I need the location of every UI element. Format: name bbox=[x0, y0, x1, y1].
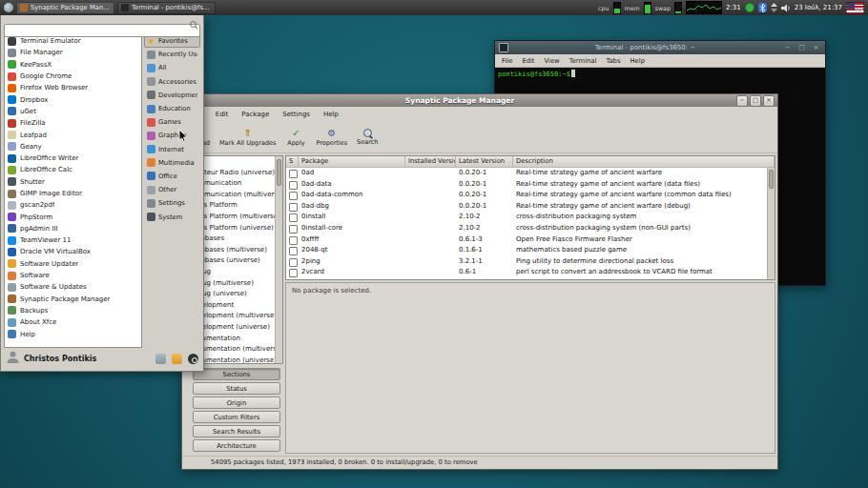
table-row[interactable]: 0ad-data-common 0.0.20-1 Real-time strat… bbox=[286, 190, 775, 201]
menu-app-item[interactable]: About Xfce bbox=[5, 316, 141, 328]
category-item[interactable]: Graphics bbox=[144, 129, 200, 142]
menu-app-item[interactable]: TeamViewer 11 bbox=[5, 234, 141, 246]
package-checkbox[interactable] bbox=[289, 214, 298, 222]
filter-button[interactable]: Status bbox=[193, 382, 280, 395]
menu-app-item[interactable]: Leafpad bbox=[5, 129, 141, 140]
close-button[interactable] bbox=[811, 42, 821, 53]
table-row[interactable]: 2vcard 0.6-1 perl script to convert an a… bbox=[286, 267, 775, 278]
scrollbar-thumb[interactable] bbox=[277, 159, 281, 186]
mark-all-upgrades-button[interactable]: Mark All Upgrades bbox=[217, 124, 279, 151]
package-checkbox[interactable] bbox=[289, 247, 298, 255]
menu-app-item[interactable]: gscan2pdf bbox=[5, 199, 141, 211]
category-item[interactable]: System bbox=[144, 210, 200, 223]
minimize-button[interactable] bbox=[782, 42, 793, 53]
table-row[interactable]: 0ad-dbg 0.0.20-1 Real-time strategy game… bbox=[286, 201, 775, 213]
category-item[interactable]: Office bbox=[144, 170, 200, 183]
terminal-menu-item[interactable]: View bbox=[540, 57, 565, 65]
package-checkbox[interactable] bbox=[289, 181, 298, 190]
synaptic-titlebar[interactable]: Synaptic Package Manager bbox=[182, 94, 777, 107]
terminal-menu-item[interactable]: Terminal bbox=[565, 57, 602, 65]
menu-app-item[interactable]: Geany bbox=[5, 141, 141, 152]
sections-scrollbar[interactable] bbox=[275, 156, 282, 363]
menu-app-item[interactable]: FileZilla bbox=[5, 117, 141, 129]
search-input[interactable] bbox=[4, 24, 200, 37]
package-checkbox[interactable] bbox=[289, 225, 298, 234]
menu-app-item[interactable]: LibreOffice Writer bbox=[5, 152, 141, 164]
volume-icon[interactable] bbox=[781, 4, 791, 12]
filter-button[interactable]: Architecture bbox=[193, 439, 280, 452]
menu-app-item[interactable]: GIMP Image Editor bbox=[5, 188, 141, 199]
category-item[interactable]: Development bbox=[144, 89, 200, 102]
terminal-menu-item[interactable]: Tabs bbox=[601, 57, 625, 65]
category-item[interactable]: Games bbox=[144, 115, 200, 129]
column-header-installed-version[interactable]: Installed Version bbox=[405, 156, 456, 168]
column-header-status[interactable]: S bbox=[286, 156, 299, 168]
clock[interactable]: 23 Ιούλ, 21:37 bbox=[795, 4, 842, 11]
filter-button[interactable]: Origin bbox=[193, 396, 280, 409]
close-button[interactable] bbox=[763, 95, 775, 107]
package-checkbox[interactable] bbox=[289, 203, 298, 212]
table-row[interactable]: 0install 2.10-2 cross-distribution packa… bbox=[286, 212, 775, 223]
package-checkbox[interactable] bbox=[289, 170, 298, 178]
column-header-latest-version[interactable]: Latest Version bbox=[456, 156, 513, 168]
filter-button[interactable]: Search Results bbox=[193, 425, 280, 437]
panel-applications-icon[interactable] bbox=[4, 3, 13, 12]
apply-button[interactable]: Apply bbox=[280, 124, 311, 151]
table-row[interactable]: 0ad-data 0.0.20-1 Real-time strategy gam… bbox=[286, 179, 775, 191]
network-arrows-icon[interactable] bbox=[771, 3, 777, 12]
menu-app-item[interactable]: PhpStorm bbox=[5, 211, 141, 222]
column-header-description[interactable]: Description bbox=[513, 156, 775, 168]
menu-app-item[interactable]: Help bbox=[5, 328, 141, 339]
menu-app-item[interactable]: Software & Updates bbox=[5, 281, 141, 293]
category-item[interactable]: Accessories bbox=[144, 75, 200, 89]
menubar-item[interactable]: Settings bbox=[276, 111, 317, 118]
scrollbar-thumb[interactable] bbox=[769, 170, 774, 189]
menu-app-item[interactable]: Software Updater bbox=[5, 258, 141, 270]
package-checkbox[interactable] bbox=[289, 258, 298, 267]
category-item[interactable]: Other bbox=[144, 183, 200, 196]
bluetooth-icon[interactable] bbox=[758, 3, 767, 12]
package-checkbox[interactable] bbox=[289, 236, 298, 245]
menubar-item[interactable]: Package bbox=[235, 111, 276, 118]
table-row[interactable]: 2048-qt 0.1.6-1 mathematics based puzzle… bbox=[286, 245, 775, 256]
category-item[interactable]: Internet bbox=[144, 143, 200, 156]
menu-app-item[interactable]: Oracle VM VirtualBox bbox=[5, 246, 141, 257]
menu-app-item[interactable]: Synaptic Package Manager bbox=[5, 294, 141, 305]
menu-app-item[interactable]: Firefox Web Browser bbox=[5, 82, 141, 93]
taskbar-button[interactable]: Terminal - pontikis@fs... bbox=[117, 2, 216, 14]
menubar-item[interactable]: Edit bbox=[209, 111, 236, 118]
properties-button[interactable]: Properties bbox=[313, 124, 350, 151]
menu-app-item[interactable]: LibreOffice Calc bbox=[5, 164, 141, 175]
minimize-button[interactable] bbox=[736, 95, 748, 107]
menu-app-item[interactable]: Backups bbox=[5, 305, 141, 316]
package-checkbox[interactable] bbox=[289, 269, 298, 277]
filter-button[interactable]: Custom Filters bbox=[193, 411, 280, 423]
menu-app-item[interactable]: Dropbox bbox=[5, 93, 141, 105]
terminal-menu-item[interactable]: File bbox=[497, 57, 517, 65]
package-list-scrollbar[interactable] bbox=[767, 168, 775, 279]
logout-icon[interactable] bbox=[188, 354, 198, 364]
table-row[interactable]: 2ping 3.2.1-1 Ping utility to determine … bbox=[286, 256, 775, 268]
column-header-package[interactable]: Package bbox=[299, 156, 405, 168]
menu-app-item[interactable]: KeePassX bbox=[5, 59, 141, 71]
category-item[interactable]: Recently Used bbox=[144, 48, 200, 61]
menu-app-item[interactable]: File Manager bbox=[5, 47, 141, 58]
taskbar-button[interactable]: Synaptic Package Man... bbox=[16, 2, 114, 14]
table-row[interactable]: 0ad 0.0.20-1 Real-time strategy game of … bbox=[286, 168, 775, 179]
maximize-button[interactable] bbox=[796, 42, 807, 53]
lock-screen-icon[interactable] bbox=[172, 354, 182, 364]
table-row[interactable]: 0xffff 0.6.1-3 Open Free Fiasco Firmware… bbox=[286, 234, 775, 246]
cpu-graph[interactable] bbox=[686, 1, 722, 14]
menu-app-item[interactable]: Shutter bbox=[5, 176, 141, 188]
package-checkbox[interactable] bbox=[289, 192, 298, 200]
terminal-menu-item[interactable]: Edit bbox=[517, 57, 539, 65]
category-item[interactable]: All bbox=[144, 61, 200, 74]
settings-icon[interactable] bbox=[155, 354, 166, 364]
terminal-menu-item[interactable]: Help bbox=[625, 57, 650, 65]
menu-app-item[interactable]: pgAdmin III bbox=[5, 223, 141, 234]
search-button[interactable]: Search bbox=[352, 124, 382, 151]
category-item[interactable]: Settings bbox=[144, 196, 200, 210]
category-item[interactable]: Multimedia bbox=[144, 156, 200, 170]
tray-status-icon[interactable] bbox=[745, 3, 754, 12]
maximize-button[interactable] bbox=[750, 95, 761, 107]
